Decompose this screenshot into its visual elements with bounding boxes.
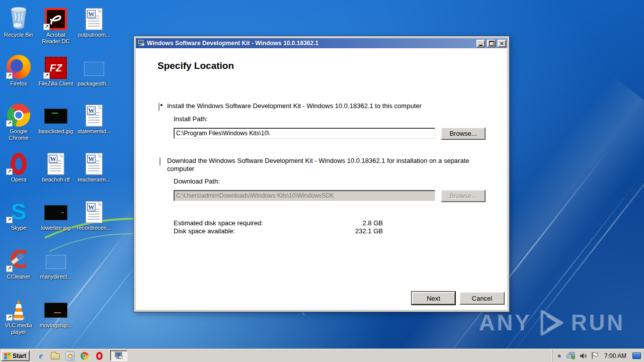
desktop-icon-movingship[interactable]: movingship...	[37, 295, 74, 329]
start-button-label: Start	[13, 352, 26, 359]
desktop-icon-label: recordrecen...	[75, 225, 113, 231]
shortcut-arrow-icon	[6, 168, 13, 175]
image-thumbnail-icon	[37, 197, 74, 223]
desktop-icon-filezilla[interactable]: FileZilla Client	[37, 53, 74, 87]
desktop-icon-manydirect[interactable]: manydirect...	[37, 246, 74, 280]
vlc-icon	[0, 295, 37, 321]
clock[interactable]: 7:00 AM	[602, 352, 628, 359]
media-player-icon[interactable]	[65, 351, 75, 361]
desktop-icon-outputroom[interactable]: outputroom...	[75, 4, 113, 38]
install-path-label: Install Path:	[174, 115, 208, 123]
watermark-text-run: RUN	[571, 312, 625, 334]
desktop-icon-label: Google Chrome	[0, 128, 37, 141]
minimize-icon[interactable]	[476, 40, 485, 47]
desktop-icon-label: Firefox	[0, 80, 37, 87]
desktop-icon-acrobat[interactable]: Acrobat Reader DC	[37, 4, 74, 45]
shortcut-arrow-icon	[6, 314, 13, 321]
disk-available-label: Disk space available:	[174, 227, 235, 235]
start-button[interactable]: Start	[1, 350, 30, 361]
firefox-icon	[0, 53, 37, 79]
next-button[interactable]: Next	[412, 292, 455, 305]
install-browse-button[interactable]: Browse...	[441, 127, 486, 140]
taskbar: Start	[0, 349, 644, 362]
missing-thumbnail-icon	[37, 246, 74, 272]
desktop-icon-label: lowerlee.jpg	[37, 225, 74, 231]
desktop-icon-ccleaner[interactable]: CCleaner	[0, 246, 37, 280]
word-document-icon	[37, 149, 74, 175]
sdk-installer-task-button[interactable]	[110, 350, 127, 361]
sdk-installer-window: Windows Software Development Kit - Windo…	[134, 36, 509, 312]
desktop-icon-label: CCleaner	[0, 274, 37, 280]
watermark-text-any: ANY	[479, 312, 532, 334]
page-title: Specify Location	[157, 60, 234, 71]
desktop-icon-recycle-bin[interactable]: Recycle Bin	[0, 4, 37, 38]
install-option-radio[interactable]	[158, 102, 159, 112]
desktop-icon-google-chrome[interactable]: Google Chrome	[0, 101, 37, 141]
windows-flag-icon	[4, 352, 11, 359]
opera-icon[interactable]	[94, 351, 104, 361]
desktop-icon-recordrecen[interactable]: recordrecen...	[75, 197, 113, 231]
download-option-label: Download the Windows Software Developmen…	[167, 157, 473, 173]
desktop-icon-statementid[interactable]: statementid...	[75, 101, 113, 135]
cancel-button[interactable]: Cancel	[459, 292, 505, 305]
shortcut-arrow-icon	[43, 24, 50, 30]
desktop-icon-opera[interactable]: Opera	[0, 149, 37, 183]
shortcut-arrow-icon	[43, 72, 50, 79]
ccleaner-icon	[0, 246, 37, 272]
disk-required-label: Estimated disk space required:	[174, 219, 263, 227]
desktop-icon-vlc[interactable]: VLC media player	[0, 295, 37, 335]
desktop-icon-label: Acrobat Reader DC	[37, 32, 74, 45]
word-document-icon	[75, 4, 113, 30]
download-option-radio[interactable]	[159, 157, 160, 166]
desktop-icon-label: VLC media player	[0, 322, 37, 335]
desktop-icon-lowerlee[interactable]: lowerlee.jpg	[37, 197, 74, 231]
acrobat-reader-icon	[37, 4, 74, 30]
hidden-icons-chevron[interactable]	[556, 353, 563, 359]
chrome-icon[interactable]	[79, 351, 90, 361]
skype-icon	[0, 197, 37, 223]
shortcut-arrow-icon	[6, 120, 13, 127]
desktop-icon-label: teacherarm...	[75, 176, 113, 183]
download-path-input	[174, 190, 435, 201]
action-center-flag-icon[interactable]	[591, 352, 598, 359]
dialog-body: Specify Location Install the Windows Sof…	[136, 48, 507, 310]
internet-explorer-icon[interactable]	[36, 351, 46, 361]
display-icon[interactable]	[632, 352, 641, 359]
system-tray: 7:00 AM	[552, 349, 644, 362]
desktop-icon-label: beachoh.rtf	[37, 176, 74, 183]
sdk-installer-icon	[115, 352, 123, 359]
desktop-icon-firefox[interactable]: Firefox	[0, 53, 37, 87]
volume-icon[interactable]	[580, 352, 587, 359]
disk-required-row: Estimated disk space required: 2.8 GB	[174, 219, 383, 227]
desktop-icon-packagesth[interactable]: packagesth...	[75, 53, 113, 87]
shortcut-arrow-icon	[6, 217, 13, 223]
chrome-icon	[0, 101, 37, 127]
word-document-icon	[75, 197, 113, 223]
install-path-input[interactable]	[174, 128, 435, 139]
explorer-folder-icon[interactable]	[50, 351, 60, 361]
disk-required-value: 2.8 GB	[363, 219, 383, 227]
desktop-icon-label: outputroom...	[75, 32, 113, 38]
shortcut-arrow-icon	[6, 265, 13, 272]
desktop-icon-basiclisted[interactable]: basiclisted.jpg	[37, 101, 74, 135]
desktop-icon-label: Recycle Bin	[0, 32, 37, 38]
desktop-icon-label: movingship...	[37, 322, 74, 329]
filezilla-icon	[37, 53, 74, 79]
desktop-icon-label: packagesth...	[75, 80, 113, 87]
missing-thumbnail-icon	[75, 53, 113, 79]
close-icon[interactable]	[498, 40, 506, 47]
desktop-icon-beachoh[interactable]: beachoh.rtf	[37, 149, 74, 183]
window-titlebar[interactable]: Windows Software Development Kit - Windo…	[136, 38, 507, 48]
desktop-icon-label: FileZilla Client	[37, 80, 74, 87]
desktop-icon-teacherarm[interactable]: teacherarm...	[75, 149, 113, 183]
install-option-label: Install the Windows Software Development…	[167, 102, 489, 110]
desktop-icon-label: Skype	[0, 225, 37, 231]
maximize-icon[interactable]	[487, 40, 496, 47]
image-thumbnail-icon	[37, 101, 74, 127]
word-document-icon	[75, 149, 113, 175]
network-icon[interactable]	[567, 352, 576, 359]
desktop-icon-label: manydirect...	[37, 274, 74, 280]
desktop-icon-skype[interactable]: Skype	[0, 197, 37, 231]
sdk-installer-icon	[137, 40, 145, 47]
opera-icon	[0, 149, 37, 175]
